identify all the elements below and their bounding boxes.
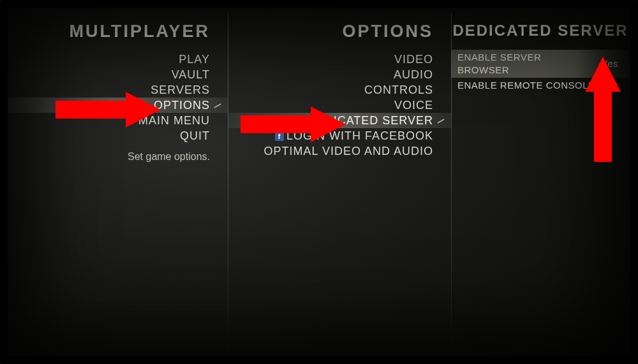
menu-item-optimal-video-audio[interactable]: OPTIMAL VIDEO AND AUDIO <box>228 143 451 159</box>
menu-item-vault[interactable]: VAULT <box>8 67 228 82</box>
svg-marker-2 <box>585 57 621 162</box>
menu-item-video[interactable]: VIDEO <box>228 52 451 67</box>
menu-item-quit[interactable]: QUIT <box>8 128 228 143</box>
menu-item-controls[interactable]: CONTROLS <box>228 82 451 98</box>
game-menu-root: MULTIPLAYER PLAY VAULT SERVERS OPTIONS M… <box>8 8 630 356</box>
svg-marker-1 <box>241 106 346 142</box>
svg-marker-0 <box>56 92 161 127</box>
annotation-arrow-2 <box>241 106 346 142</box>
panel-title-options: OPTIONS <box>228 22 451 41</box>
options-panel: OPTIONS VIDEO AUDIO CONTROLS VOICE DEDIC… <box>228 8 451 356</box>
menu-hint-text: Set game options. <box>8 151 228 163</box>
annotation-arrow-1 <box>56 92 161 127</box>
setting-label: ENABLE REMOTE CONSOLE <box>457 79 595 92</box>
annotation-arrow-3 <box>585 57 621 162</box>
multiplayer-panel: MULTIPLAYER PLAY VAULT SERVERS OPTIONS M… <box>8 8 228 356</box>
panel-title-dedicated: DEDICATED SERVER <box>451 22 630 40</box>
menu-item-play[interactable]: PLAY <box>8 52 228 67</box>
panel-title-multiplayer: MULTIPLAYER <box>8 22 228 41</box>
menu-item-audio[interactable]: AUDIO <box>228 67 451 82</box>
setting-label: ENABLE SERVER BROWSER <box>457 51 595 76</box>
